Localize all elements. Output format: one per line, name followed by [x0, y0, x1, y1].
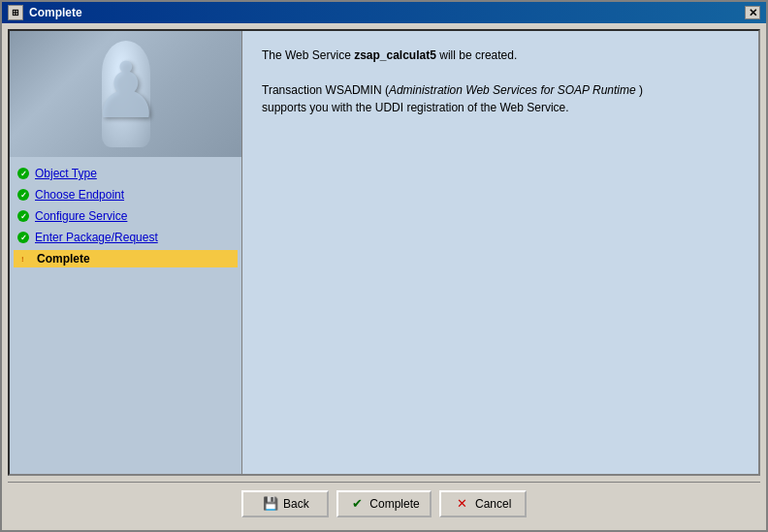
sidebar-item-label: Choose Endpoint: [35, 188, 124, 202]
main-window: ⊞ Complete ✕ Object Type Choose Endpoi: [0, 0, 768, 532]
sidebar-item-label: Configure Service: [35, 209, 127, 223]
sidebar-item-complete[interactable]: Complete: [14, 250, 238, 267]
footer: 💾 Back ✔ Complete ✕ Cancel: [8, 482, 760, 524]
green-check-icon: [17, 189, 29, 201]
service-name: zsap_calculat5: [354, 48, 436, 62]
sidebar-item-label: Enter Package/Request: [35, 231, 158, 244]
cancel-button[interactable]: ✕ Cancel: [439, 490, 527, 517]
complete-icon: ✔: [348, 496, 366, 512]
window-content: Object Type Choose Endpoint Configure Se…: [2, 23, 766, 530]
sidebar: Object Type Choose Endpoint Configure Se…: [10, 31, 242, 474]
description-line2: Transaction WSADMIN (Administration Web …: [262, 81, 739, 116]
green-check-icon: [17, 210, 29, 222]
content-description: The Web Service zsap_calculat5 will be c…: [262, 47, 739, 116]
back-label: Back: [283, 497, 309, 511]
title-bar: ⊞ Complete ✕: [2, 2, 766, 23]
main-area: Object Type Choose Endpoint Configure Se…: [8, 29, 760, 476]
complete-label: Complete: [369, 497, 419, 511]
close-button[interactable]: ✕: [745, 6, 760, 19]
line2-prefix: Transaction WSADMIN (: [262, 83, 389, 97]
line1-suffix: will be created.: [436, 48, 517, 62]
sidebar-nav: Object Type Choose Endpoint Configure Se…: [10, 157, 241, 474]
sidebar-item-object-type[interactable]: Object Type: [14, 165, 238, 182]
green-check-icon: [17, 168, 29, 179]
sidebar-image: [10, 31, 241, 157]
line3: supports you with the UDDI registration …: [262, 101, 569, 114]
line2-italic: Administration Web Services for SOAP Run…: [389, 83, 636, 97]
back-button[interactable]: 💾 Back: [241, 490, 329, 517]
sidebar-item-label: Complete: [37, 252, 90, 266]
window-icon: ⊞: [8, 5, 23, 20]
sidebar-item-configure-service[interactable]: Configure Service: [14, 207, 238, 225]
complete-button[interactable]: ✔ Complete: [336, 490, 431, 517]
back-icon: 💾: [262, 496, 279, 512]
green-check-icon: [17, 232, 29, 243]
window-title: Complete: [29, 6, 745, 19]
cancel-icon: ✕: [454, 496, 471, 512]
content-panel: The Web Service zsap_calculat5 will be c…: [242, 31, 758, 474]
description-line1: The Web Service zsap_calculat5 will be c…: [262, 47, 739, 64]
sidebar-item-enter-package[interactable]: Enter Package/Request: [14, 229, 238, 246]
sidebar-item-choose-endpoint[interactable]: Choose Endpoint: [14, 186, 238, 203]
line1-prefix: The Web Service: [262, 48, 354, 62]
warning-triangle-icon: [17, 253, 31, 266]
line2-suffix: ): [636, 83, 643, 97]
sidebar-item-label: Object Type: [35, 167, 97, 180]
cancel-label: Cancel: [475, 497, 511, 511]
